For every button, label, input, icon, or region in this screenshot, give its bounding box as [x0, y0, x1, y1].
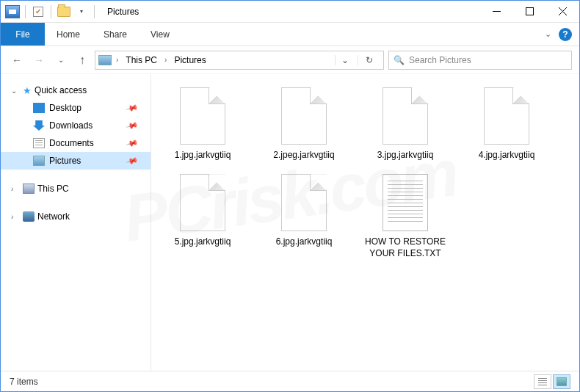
collapse-icon[interactable]: ⌄	[11, 87, 20, 95]
address-bar[interactable]: › This PC › Pictures ⌄ ↻	[95, 51, 384, 70]
tab-home[interactable]: Home	[45, 23, 92, 46]
ribbon-expand-icon[interactable]: ⌄	[545, 29, 551, 39]
window-title: Pictures	[101, 7, 139, 17]
ribbon: File Home Share View ⌄ ?	[1, 23, 579, 46]
file-label: HOW TO RESTORE YOUR FILES.TXT	[362, 236, 449, 259]
qat-customize-dropdown[interactable]: ▾	[74, 4, 89, 19]
breadcrumb-thispc[interactable]: This PC	[123, 55, 160, 65]
blank-file-icon	[383, 87, 428, 145]
sidebar-item-label: Pictures	[49, 156, 81, 166]
documents-icon	[33, 138, 45, 148]
sidebar-item-desktop[interactable]: Desktop 📌	[1, 99, 151, 117]
history-dropdown[interactable]: ⌄	[52, 51, 70, 69]
file-item[interactable]: 2.jpeg.jarkvgtiiq	[260, 87, 348, 161]
minimize-button[interactable]	[480, 1, 513, 22]
file-label: 2.jpeg.jarkvgtiiq	[273, 149, 334, 161]
file-item[interactable]: 5.jpg.jarkvgtiiq	[159, 174, 247, 259]
svg-rect-1	[526, 8, 534, 15]
search-icon: 🔍	[394, 55, 405, 65]
sidebar-item-pictures[interactable]: Pictures 📌	[1, 152, 151, 170]
back-button[interactable]: ←	[8, 51, 26, 69]
blank-file-icon	[484, 87, 529, 145]
file-label: 6.jpg.jarkvgtiiq	[276, 236, 333, 247]
file-label: 1.jpg.jarkvgtiiq	[175, 149, 231, 161]
pin-icon: 📌	[126, 101, 139, 115]
sidebar-item-downloads[interactable]: Downloads 📌	[1, 117, 151, 134]
sidebar-item-label: Downloads	[49, 120, 93, 131]
star-icon: ★	[23, 85, 32, 96]
file-label: 5.jpg.jarkvgtiiq	[175, 236, 231, 247]
sidebar-label-quick: Quick access	[35, 85, 87, 95]
downloads-icon	[33, 120, 45, 131]
tab-share[interactable]: Share	[92, 23, 139, 46]
text-file-icon	[383, 174, 428, 231]
file-item[interactable]: 3.jpg.jarkvgtiiq	[361, 87, 449, 161]
view-large-icons-button[interactable]	[553, 374, 570, 389]
item-count: 7 items	[10, 377, 38, 387]
chevron-right-icon[interactable]: ›	[115, 56, 120, 64]
refresh-icon[interactable]: ↻	[358, 55, 380, 65]
file-list[interactable]: 1.jpg.jarkvgtiiq2.jpeg.jarkvgtiiq3.jpg.j…	[151, 74, 579, 371]
location-icon	[98, 55, 112, 65]
network-icon	[23, 211, 35, 222]
sidebar-network[interactable]: › Network	[1, 208, 151, 225]
search-placeholder: Search Pictures	[409, 55, 471, 65]
app-icon[interactable]	[5, 5, 20, 18]
address-dropdown-icon[interactable]: ⌄	[335, 55, 355, 65]
sidebar-label-thispc: This PC	[37, 184, 69, 194]
file-item[interactable]: 1.jpg.jarkvgtiiq	[159, 87, 247, 161]
pc-icon	[23, 184, 35, 194]
blank-file-icon	[180, 87, 225, 145]
file-tab[interactable]: File	[1, 23, 45, 46]
sidebar-this-pc[interactable]: › This PC	[1, 180, 151, 197]
sidebar-item-label: Desktop	[49, 103, 81, 113]
sidebar-label-network: Network	[37, 211, 70, 222]
sidebar-item-documents[interactable]: Documents 📌	[1, 134, 151, 152]
view-details-button[interactable]	[534, 374, 551, 389]
file-label: 3.jpg.jarkvgtiiq	[377, 149, 434, 161]
qat-newfolder-icon[interactable]	[57, 4, 71, 19]
navigation-pane: ⌄ ★ Quick access Desktop 📌 Downloads 📌 D…	[1, 74, 151, 371]
up-button[interactable]: ↑	[74, 52, 90, 68]
pin-icon: 📌	[126, 137, 139, 150]
title-bar: ▾ Pictures	[1, 1, 579, 23]
expand-icon[interactable]: ›	[11, 213, 20, 221]
close-button[interactable]	[546, 1, 579, 22]
pin-icon: 📌	[126, 154, 139, 167]
help-icon[interactable]: ?	[559, 28, 572, 41]
chevron-right-icon[interactable]: ›	[163, 56, 168, 64]
blank-file-icon	[281, 174, 327, 231]
sidebar-item-label: Documents	[49, 138, 94, 148]
file-item[interactable]: 4.jpg.jarkvgtiiq	[463, 87, 551, 161]
expand-icon[interactable]: ›	[11, 185, 20, 193]
file-item[interactable]: HOW TO RESTORE YOUR FILES.TXT	[361, 174, 449, 259]
pictures-icon	[33, 156, 45, 166]
search-input[interactable]: 🔍 Search Pictures	[388, 51, 572, 70]
tab-view[interactable]: View	[139, 23, 181, 46]
forward-button[interactable]: →	[30, 51, 48, 69]
qat-properties-icon[interactable]	[31, 4, 46, 19]
nav-bar: ← → ⌄ ↑ › This PC › Pictures ⌄ ↻ 🔍 Searc…	[1, 46, 579, 74]
pin-icon: 📌	[126, 119, 139, 132]
file-item[interactable]: 6.jpg.jarkvgtiiq	[260, 174, 348, 259]
breadcrumb-pictures[interactable]: Pictures	[171, 55, 209, 65]
file-label: 4.jpg.jarkvgtiiq	[479, 149, 535, 161]
blank-file-icon	[180, 174, 225, 231]
status-bar: 7 items	[1, 371, 579, 391]
blank-file-icon	[281, 87, 327, 145]
sidebar-quick-access[interactable]: ⌄ ★ Quick access	[1, 81, 151, 99]
desktop-icon	[33, 103, 45, 113]
maximize-button[interactable]	[513, 1, 546, 22]
